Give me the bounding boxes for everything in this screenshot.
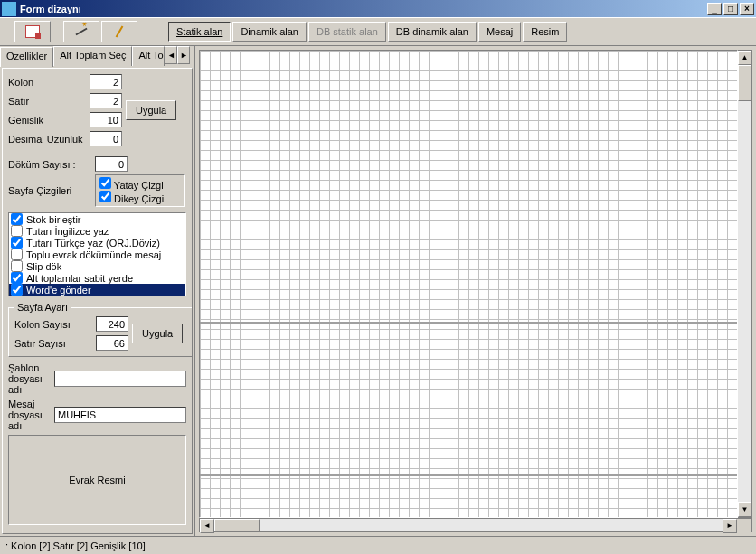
checklist-label: Slip dök — [26, 261, 61, 272]
scroll-down-button[interactable]: ▼ — [738, 502, 751, 517]
save-icon — [25, 25, 40, 38]
evrak-resmi-box[interactable]: Evrak Resmi — [8, 435, 186, 525]
status-text: : Kolon [2] Satır [2] Genişlik [10] — [5, 540, 146, 551]
minimize-button[interactable]: _ — [707, 3, 722, 15]
pencil-icon — [116, 25, 124, 37]
scroll-thumb[interactable] — [214, 519, 260, 531]
checklist-item[interactable]: Tutarı Türkçe yaz (ORJ.Döviz) — [9, 237, 185, 249]
side-tabs: Özellikler Alt Toplam Seç Alt To ◄ ► — [0, 46, 194, 66]
mesaj-label: Mesaj dosyası adı — [8, 399, 51, 431]
dikey-check[interactable]: Dikey Çizgi — [99, 191, 181, 204]
window-title: Form dizaynı — [20, 4, 707, 14]
checklist-label: Toplu evrak dökümünde mesaj — [26, 249, 161, 260]
checklist-label: Stok birleştir — [26, 214, 81, 225]
satir-input[interactable] — [90, 93, 122, 108]
pencil-button[interactable] — [101, 21, 137, 42]
titlebar: Form dizaynı _ □ × — [0, 0, 756, 17]
tab-scroll-right[interactable]: ► — [177, 46, 190, 64]
tab-ozellikler[interactable]: Özellikler — [0, 47, 53, 67]
kolon-label: Kolon — [8, 77, 90, 88]
checklist-label: Word'e gönder — [26, 285, 91, 296]
tab-alt-to[interactable]: Alt To — [132, 46, 165, 66]
scroll-thumb[interactable] — [738, 65, 751, 101]
properties-panel: Kolon Satır Uygula Genislik Desimal Uzun… — [2, 68, 193, 534]
checklist-item[interactable]: Tutarı İngilizce yaz — [9, 225, 185, 237]
checklist-checkbox[interactable] — [11, 213, 23, 225]
section-divider — [200, 322, 737, 324]
wand-button[interactable] — [63, 21, 99, 42]
checklist-checkbox[interactable] — [11, 249, 23, 260]
kolon-sayisi-input[interactable] — [96, 316, 128, 332]
mode-dynamic-button[interactable]: Dinamik alan — [232, 22, 307, 42]
toolbar: Statik alan Dinamik alan DB statik alan … — [0, 17, 756, 46]
satir-sayisi-input[interactable] — [96, 335, 128, 351]
checklist-item[interactable]: Stok birleştir — [9, 213, 185, 225]
checklist-checkbox[interactable] — [11, 237, 23, 249]
horizontal-scrollbar[interactable]: ◄ ► — [199, 518, 752, 532]
mode-dbstatic-button: DB statik alan — [308, 22, 386, 42]
checklist-item[interactable]: Slip dök — [9, 260, 185, 272]
sablon-input[interactable] — [54, 371, 186, 387]
options-checklist[interactable]: Stok birleştirTutarı İngilizce yazTutarı… — [8, 212, 186, 296]
mode-dbdynamic-button[interactable]: DB dinamik alan — [388, 22, 477, 42]
checklist-label: Alt toplamlar sabit yerde — [26, 273, 133, 284]
evrak-label: Evrak Resmi — [69, 474, 125, 485]
checklist-checkbox[interactable] — [11, 225, 23, 237]
checklist-label: Tutarı İngilizce yaz — [26, 226, 109, 237]
scroll-right-button[interactable]: ► — [723, 519, 737, 533]
uygula-button[interactable]: Uygula — [126, 100, 176, 120]
kolon-input[interactable] — [90, 74, 122, 89]
close-button[interactable]: × — [740, 3, 754, 15]
tab-scroll-left[interactable]: ◄ — [165, 46, 177, 64]
dokum-label: Döküm Sayısı : — [8, 159, 90, 170]
satir-label: Satır — [8, 96, 90, 107]
scroll-up-button[interactable]: ▲ — [738, 51, 751, 65]
page-uygula-button[interactable]: Uygula — [132, 324, 183, 343]
desimal-input[interactable] — [90, 131, 122, 146]
vertical-scrollbar[interactable]: ▲ ▼ — [738, 50, 752, 518]
sayfa-cizgi-label: Sayfa Çizgileri — [8, 185, 90, 196]
mode-static-button[interactable]: Statik alan — [168, 22, 231, 42]
dokum-input[interactable] — [95, 156, 128, 172]
maximize-button[interactable]: □ — [723, 3, 738, 15]
mode-image-button[interactable]: Resim — [523, 22, 567, 42]
genislik-label: Genislik — [8, 115, 90, 126]
checklist-item[interactable]: Word'e gönder — [9, 284, 185, 296]
yatay-check[interactable]: Yatay Çizgi — [99, 177, 181, 191]
mesaj-input[interactable] — [54, 407, 186, 423]
app-icon — [2, 2, 16, 16]
checklist-checkbox[interactable] — [11, 284, 23, 296]
section-divider — [200, 474, 737, 476]
checklist-checkbox[interactable] — [11, 272, 23, 284]
tab-alt-toplam[interactable]: Alt Toplam Seç — [53, 46, 132, 66]
checklist-item[interactable]: Toplu evrak dökümünde mesaj — [9, 249, 185, 260]
checklist-item[interactable]: Alt toplamlar sabit yerde — [9, 272, 185, 284]
desimal-label: Desimal Uzunluk — [8, 134, 90, 145]
save-button[interactable] — [14, 21, 51, 42]
scroll-left-button[interactable]: ◄ — [200, 519, 214, 533]
genislik-input[interactable] — [90, 112, 122, 127]
satir-sayisi-label: Satır Sayısı — [14, 338, 96, 349]
page-settings-group: Sayfa Ayarı Kolon Sayısı Uygula Satır Sa… — [8, 302, 193, 357]
design-canvas[interactable] — [199, 50, 738, 518]
sablon-label: Şablon dosyası adı — [8, 362, 51, 395]
page-settings-legend: Sayfa Ayarı — [14, 302, 71, 313]
mode-message-button[interactable]: Mesaj — [478, 22, 521, 42]
statusbar: : Kolon [2] Satır [2] Genişlik [10] — [0, 536, 756, 554]
checklist-label: Tutarı Türkçe yaz (ORJ.Döviz) — [26, 238, 160, 249]
kolon-sayisi-label: Kolon Sayısı — [14, 319, 96, 330]
wand-icon — [75, 28, 87, 36]
checklist-checkbox[interactable] — [11, 260, 23, 272]
